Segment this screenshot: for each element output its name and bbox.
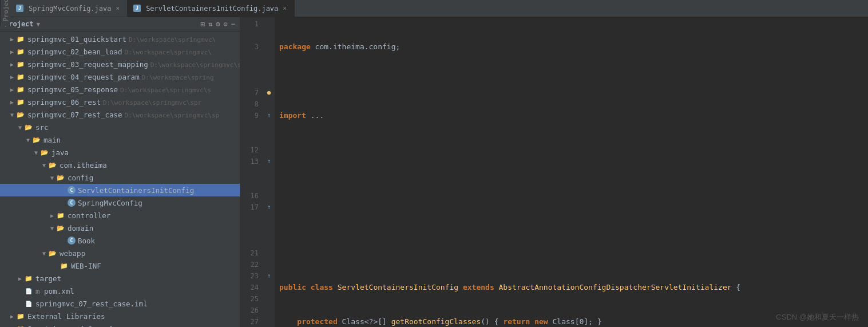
filter-icon[interactable]: ⊜ [216, 20, 220, 28]
tree-item-ext-libs[interactable]: ▶ 📁 External Libraries [0, 310, 240, 322]
tab-label-servlet: ServletContainersInitConfig.java [146, 5, 278, 13]
tree-arrow: ▶ [8, 61, 16, 68]
tree-label: controller [68, 211, 110, 220]
tree-label: target [35, 274, 61, 283]
code-line-8: public class ServletContainersInitConfig… [279, 282, 868, 293]
editor-area: 1 3 7 8 9 12 13 16 17 21 22 23 24 25 26 [240, 17, 868, 327]
tree-item-springmvc07[interactable]: ▼ 📂 springmvc_07_rest_caseD:\workspace\s… [0, 108, 240, 121]
tree-arrow: ▶ [8, 49, 16, 55]
tab-label-springmvc: SpringMvcConfig.java [29, 5, 112, 13]
tree-item-java[interactable]: ▼ 📂 java [0, 146, 240, 159]
tree-item-springmvc03[interactable]: ▶ 📁 springmvc_03_request_mappingD:\works… [0, 58, 240, 70]
tree-label: springmvc_07_rest_case.iml [35, 300, 148, 308]
folder-icon: 📁 [16, 312, 25, 321]
tab-close-springmvc[interactable]: × [114, 4, 122, 13]
tree-arrow: ▶ [8, 313, 16, 320]
tree-arrow: ▼ [40, 162, 48, 168]
tree-item-src[interactable]: ▼ 📂 src [0, 121, 240, 133]
tree-item-springmvc04[interactable]: ▶ 📁 springmvc_04_request_paramD:\workspa… [0, 70, 240, 83]
tree-arrow: ▶ [8, 86, 16, 93]
tree-label: External Libraries [27, 312, 105, 321]
tree-item-springmvc06[interactable]: ▶ 📁 springmvc_06_restD:\workspace\spring… [0, 96, 240, 108]
tree-item-springmvc01[interactable]: ▶ 📁 springmvc_01_quickstartD:\workspace\… [0, 33, 240, 45]
tree-arrow: ▶ [8, 99, 16, 105]
code-line-1: package com.itheima.config; [279, 41, 868, 53]
tree-item-servlet-init[interactable]: C ServletContainersInitConfig [0, 184, 240, 196]
java-class-icon: C [68, 199, 76, 207]
tree-arrow: ▼ [32, 149, 40, 156]
tree-item-target[interactable]: ▶ 📁 target [0, 272, 240, 285]
tree-arrow: ▼ [48, 225, 56, 231]
tree-label: SpringMvcConfig [78, 199, 142, 207]
tree-item-pom[interactable]: 📄 m pom.xml [0, 285, 240, 297]
code-editor[interactable]: package com.itheima.config; import ... p… [275, 17, 868, 327]
sort-icon[interactable]: ⇅ [208, 20, 212, 28]
folder-icon: 📁 [16, 47, 25, 56]
folder-icon: 📁 [16, 34, 25, 44]
tab-close-servlet[interactable]: × [281, 4, 288, 13]
tree-label: springmvc_03_request_mappingD:\workspace… [27, 60, 240, 69]
folder-icon: 📁 [16, 97, 25, 107]
code-line-5 [279, 179, 868, 190]
breakpoint-marker-23: ↑ [263, 270, 275, 282]
folder-icon: 📂 [48, 249, 57, 258]
tree-item-springmvc05[interactable]: ▶ 📁 springmvc_05_responseD:\workspace\sp… [0, 83, 240, 96]
folder-icon: 📁 [24, 274, 33, 283]
sidebar-header-icons: ⊞ ⇅ ⊜ ⚙ − [201, 20, 235, 28]
folder-icon: 📁 [16, 72, 25, 81]
tree-item-domain[interactable]: ▼ 📂 domain [0, 222, 240, 234]
tree-label: main [43, 136, 61, 144]
code-line-3: import ... [279, 110, 868, 121]
tree-item-webinf[interactable]: 📁 WEB-INF [0, 259, 240, 272]
tree-arrow: ▼ [16, 124, 24, 131]
watermark: CSDN @她和夏天一样热 [776, 312, 859, 322]
code-line-6 [279, 213, 868, 224]
tree-label: springmvc_05_responseD:\workspace\spring… [27, 85, 211, 94]
tree-item-springmvc02[interactable]: ▶ 📁 springmvc_02_bean_loadD:\workspace\s… [0, 45, 240, 58]
project-vertical-tab[interactable]: Project [0, 0, 10, 26]
yellow-dot-marker: ● [263, 87, 275, 99]
tree-arrow: ▶ [8, 74, 16, 80]
java-icon-active: J [133, 5, 141, 12]
tree-arrow: ▶ [8, 36, 16, 42]
tree-label: domain [68, 224, 93, 233]
tree-label: Scratches and Consoles [27, 325, 122, 328]
code-line-4 [279, 144, 868, 156]
settings-icon[interactable]: ⚙ [224, 20, 228, 28]
tree-item-springmvc-config[interactable]: C SpringMvcConfig [0, 196, 240, 209]
tree-item-com-itheima[interactable]: ▼ 📂 com.itheima [0, 159, 240, 171]
folder-open-icon: 📂 [16, 110, 25, 119]
tree-item-main[interactable]: ▼ 📂 main [0, 133, 240, 146]
tree-label: springmvc_04_request_paramD:\workspace\s… [27, 73, 214, 81]
tree-item-scratches[interactable]: ▶ 📁 Scratches and Consoles [0, 322, 240, 327]
gutter: ● ↑ ↑ ↑ ↑ [263, 17, 275, 327]
tab-servlet-init[interactable]: J ServletContainersInitConfig.java × [128, 0, 295, 17]
tree-label: springmvc_02_bean_loadD:\workspace\sprin… [27, 48, 212, 56]
tree-label: m pom.xml [35, 287, 74, 296]
tree-arrow: ▶ [48, 212, 56, 219]
tree-item-config[interactable]: ▼ 📂 config [0, 171, 240, 184]
tree-item-book[interactable]: C Book [0, 234, 240, 247]
layout-icon[interactable]: ⊞ [201, 20, 205, 28]
java-class-icon: C [68, 237, 76, 245]
line-numbers: 1 3 7 8 9 12 13 16 17 21 22 23 24 25 26 [240, 17, 263, 327]
tab-springmvc-config[interactable]: J SpringMvcConfig.java × [10, 0, 128, 17]
tree-arrow: ▼ [40, 250, 48, 257]
tree-label: springmvc_01_quickstartD:\workspace\spri… [27, 35, 216, 44]
tree-item-iml[interactable]: 📄 springmvc_07_rest_case.iml [0, 297, 240, 310]
folder-icon: 📁 [16, 85, 25, 94]
tree-label: springmvc_07_rest_caseD:\workspace\sprin… [27, 111, 219, 119]
tree-label: config [68, 174, 93, 182]
breakpoint-marker-13: ↑ [263, 156, 275, 167]
tree-label: WEB-INF [71, 262, 101, 270]
folder-icon: 📂 [32, 135, 41, 144]
sidebar: Project ▼ ⊞ ⇅ ⊜ ⚙ − ▶ 📁 springmvc_01_qui… [0, 17, 240, 327]
java-icon: J [16, 5, 23, 12]
sidebar-tree: ▶ 📁 springmvc_01_quickstartD:\workspace\… [0, 31, 240, 327]
tree-item-controller[interactable]: ▶ 📁 controller [0, 209, 240, 222]
folder-icon: 📂 [40, 148, 49, 157]
java-class-icon: C [68, 186, 76, 194]
close-icon[interactable]: − [231, 20, 235, 28]
tree-item-webapp[interactable]: ▼ 📂 webapp [0, 247, 240, 259]
folder-icon: 📂 [48, 160, 57, 170]
